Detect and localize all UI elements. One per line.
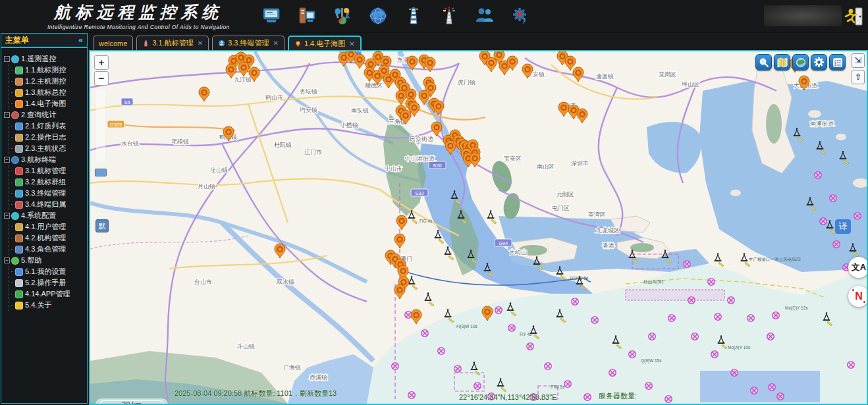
menu-group-4[interactable]: −4.系统配置 <box>4 210 86 221</box>
menu-item[interactable]: 1.1.航标测控 <box>11 65 86 76</box>
mini-tool-button[interactable] <box>95 169 107 176</box>
users-icon[interactable] <box>475 6 495 26</box>
expand-box-icon[interactable]: − <box>4 213 10 219</box>
logout-running-man-icon[interactable] <box>844 7 863 26</box>
buoy-symbol[interactable] <box>474 383 481 389</box>
buoy-symbol[interactable] <box>438 348 445 354</box>
pie-chart-icon[interactable] <box>333 6 352 26</box>
buoy-symbol[interactable] <box>820 218 827 225</box>
globe-icon[interactable] <box>368 6 388 26</box>
workstation-icon[interactable] <box>297 6 317 26</box>
menu-group-5[interactable]: −5.帮助 <box>4 255 86 266</box>
basemap-globe-button[interactable] <box>792 54 809 70</box>
menu-item[interactable]: 4.2.机构管理 <box>11 232 86 244</box>
menu-item[interactable]: 4.14.APP管理 <box>11 288 86 300</box>
buoy-symbol[interactable] <box>715 313 721 320</box>
red-n-logo-button[interactable]: N <box>848 286 868 307</box>
buoy-symbol[interactable] <box>649 333 655 340</box>
buoy-symbol[interactable] <box>454 365 461 372</box>
tab-1-4-[interactable]: 1.4.电子海图✕ <box>288 36 362 50</box>
buoy-symbol[interactable] <box>495 307 502 313</box>
menu-item[interactable]: 5.4.关于 <box>11 300 86 311</box>
menu-group-1[interactable]: −1.遥测遥控 <box>4 53 86 65</box>
sidebar-collapse-icon[interactable]: « <box>78 36 83 45</box>
buoy-symbol[interactable] <box>564 381 571 387</box>
menu-item[interactable]: 1.4.电子海图 <box>11 98 86 109</box>
menu-group-3[interactable]: −3.航标终端 <box>4 154 86 165</box>
buoy-symbol[interactable] <box>584 394 591 400</box>
buoy-symbol[interactable] <box>572 298 578 305</box>
buoy-symbol[interactable] <box>830 195 836 202</box>
tab-close-icon[interactable]: ✕ <box>198 40 203 47</box>
buoy-symbol[interactable] <box>751 387 757 394</box>
menu-item[interactable]: 2.2.操作日志 <box>11 132 86 143</box>
tab-close-icon[interactable]: ✕ <box>349 40 354 47</box>
zoom-search-button[interactable] <box>755 54 772 70</box>
menu-item[interactable]: 3.2.航标群组 <box>11 176 86 188</box>
buoy-symbol[interactable] <box>629 351 636 358</box>
monitor-icon[interactable] <box>261 6 281 26</box>
tab-3-3-[interactable]: 3.3.终端管理✕ <box>212 36 285 50</box>
buoy-symbol[interactable] <box>728 297 734 304</box>
menu-item[interactable]: 2.3.主机状态 <box>11 143 86 154</box>
buoy-symbol[interactable] <box>833 241 840 248</box>
map-settings-button[interactable] <box>811 54 827 70</box>
expand-box-icon[interactable]: − <box>4 112 10 118</box>
buoy-symbol[interactable] <box>769 384 775 391</box>
buoy-symbol[interactable] <box>777 393 784 400</box>
fullscreen-button[interactable]: ⇲ <box>852 53 865 68</box>
translate-badge-button[interactable]: 译 <box>835 219 851 234</box>
translate-circle-button[interactable]: 文A <box>848 257 868 278</box>
expand-box-icon[interactable]: − <box>4 257 10 263</box>
buoy-symbol[interactable] <box>421 330 428 337</box>
menu-item[interactable]: 5.1.我的设置 <box>11 266 86 277</box>
tab-close-icon[interactable]: ✕ <box>273 40 279 47</box>
buoy-symbol[interactable] <box>692 333 698 340</box>
buoy-symbol[interactable] <box>645 383 652 389</box>
buoy-symbol[interactable] <box>684 261 690 267</box>
buoy-symbol[interactable] <box>508 325 515 331</box>
buoy-symbol[interactable] <box>527 343 533 350</box>
buoy-symbol[interactable] <box>545 363 551 369</box>
buoy-symbol[interactable] <box>609 369 616 376</box>
buoy-symbol[interactable] <box>408 392 415 398</box>
buoy-symbol[interactable] <box>591 317 598 323</box>
scroll-top-button[interactable]: ⇧ <box>852 70 865 84</box>
zoom-in-button[interactable]: + <box>94 55 109 70</box>
menu-item[interactable]: 3.3.终端管理 <box>11 188 86 199</box>
layer-switch-button[interactable] <box>774 54 790 70</box>
buoy-symbol[interactable] <box>688 297 695 304</box>
buoy-symbol[interactable] <box>854 213 861 219</box>
menu-group-2[interactable]: −2.查询统计 <box>4 109 86 121</box>
buoy-symbol[interactable] <box>747 315 754 321</box>
zoom-slider[interactable] <box>96 90 105 162</box>
legend-list-button[interactable] <box>829 54 846 70</box>
expand-box-icon[interactable]: − <box>4 56 10 62</box>
buoy-symbol[interactable] <box>815 172 821 178</box>
tab-3-1-[interactable]: 3.1.航标管理✕ <box>136 36 209 50</box>
menu-item[interactable]: 3.1.航标管理 <box>11 165 86 176</box>
beacon-tower-icon[interactable] <box>439 6 459 26</box>
map-panel[interactable]: S5539S26S32G94G325 鹤山市九江镇杏坛镇均安镇顺德区南头镇小榄镇… <box>89 50 868 405</box>
gear-icon[interactable] <box>510 6 530 26</box>
menu-item[interactable]: 3.4.终端归属 <box>11 199 86 210</box>
menu-item[interactable]: 1.3.航标总控 <box>11 87 86 98</box>
buoy-symbol[interactable] <box>773 312 779 319</box>
buoy-symbol[interactable] <box>392 363 398 369</box>
electronic-chart-map[interactable]: S5539S26S32G94G325 鹤山市九江镇杏坛镇均安镇顺德区南头镇小榄镇… <box>90 51 867 404</box>
menu-item[interactable]: 5.2.操作手册 <box>11 277 86 288</box>
tab-welcome[interactable]: welcome <box>93 36 133 50</box>
menu-item[interactable]: 2.1.灯质列表 <box>11 121 86 132</box>
zoom-out-button[interactable]: − <box>94 71 109 86</box>
menu-item[interactable]: 1.2.主机测控 <box>11 76 86 87</box>
buoy-symbol[interactable] <box>731 369 738 376</box>
buoy-symbol[interactable] <box>848 362 854 368</box>
buoy-symbol[interactable] <box>767 333 774 340</box>
buoy-symbol[interactable] <box>668 315 675 321</box>
expand-box-icon[interactable]: − <box>4 157 10 163</box>
buoy-symbol[interactable] <box>711 351 718 358</box>
menu-item[interactable]: 4.3.角色管理 <box>11 244 86 255</box>
buoy-symbol[interactable] <box>665 396 672 402</box>
lighthouse-icon[interactable] <box>404 6 423 26</box>
map-style-button[interactable]: 默 <box>95 219 109 232</box>
